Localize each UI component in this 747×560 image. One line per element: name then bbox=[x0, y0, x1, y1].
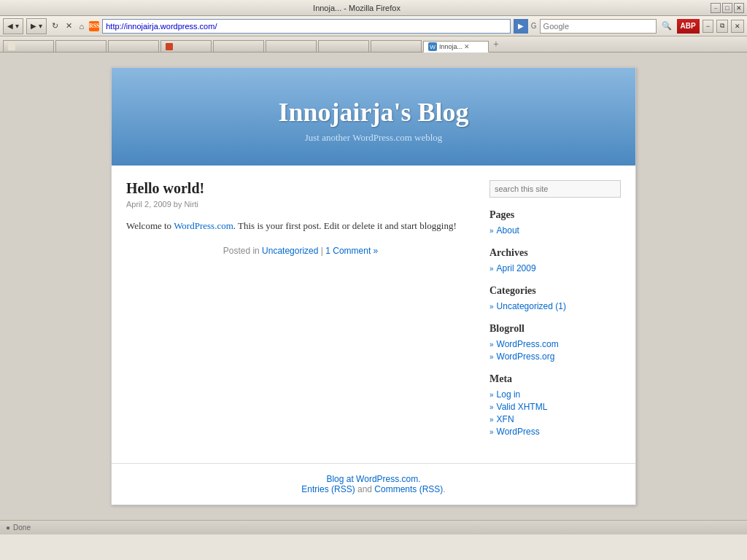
xhtml-link[interactable]: Valid XHTML bbox=[497, 402, 548, 412]
sidebar-item-wporg: » WordPress.org bbox=[489, 351, 621, 362]
comment-link[interactable]: 1 Comment » bbox=[325, 246, 378, 256]
search-label: G bbox=[531, 22, 537, 30]
tab-1[interactable] bbox=[3, 40, 54, 52]
wordpress-link[interactable]: WordPress.com bbox=[174, 220, 233, 231]
sidebar-item-xfn: » XFN bbox=[489, 414, 621, 424]
categories-heading: Categories bbox=[489, 285, 621, 297]
comments-rss-link[interactable]: Comments (RSS) bbox=[374, 484, 443, 494]
new-tab-button[interactable]: + bbox=[490, 39, 502, 50]
chevron-icon-wporg: » bbox=[489, 353, 494, 361]
sidebar-item-login: » Log in bbox=[489, 389, 621, 400]
sidebar-blogroll: Blogroll » WordPress.com » WordPress.org bbox=[489, 323, 621, 362]
blog-footer: Blog at WordPress.com.Entries (RSS) and … bbox=[112, 463, 635, 505]
sidebar-meta: Meta » Log in » Valid XHTML » XFN bbox=[489, 373, 621, 437]
minimize-button[interactable]: − bbox=[711, 3, 721, 13]
sidebar-archives: Archives » April 2009 bbox=[489, 247, 621, 273]
xfn-link[interactable]: XFN bbox=[497, 414, 514, 424]
tab-7[interactable] bbox=[318, 40, 369, 52]
april2009-link[interactable]: April 2009 bbox=[497, 263, 536, 273]
blogroll-heading: Blogroll bbox=[489, 323, 621, 335]
go-button[interactable]: ▶ bbox=[514, 19, 528, 34]
address-bar[interactable] bbox=[102, 19, 511, 34]
category-link[interactable]: Uncategorized bbox=[262, 246, 318, 256]
chevron-icon-wpcom: » bbox=[489, 341, 494, 349]
entries-rss-link[interactable]: Entries (RSS) bbox=[301, 484, 355, 494]
status-bar: ● Done bbox=[0, 520, 747, 534]
tab-8[interactable] bbox=[371, 40, 422, 52]
browser-search-input[interactable] bbox=[540, 19, 657, 34]
post-content: Welcome to WordPress.com. This is your f… bbox=[126, 219, 475, 234]
uncategorized-link[interactable]: Uncategorized (1) bbox=[497, 301, 566, 311]
tab-close-icon[interactable]: ✕ bbox=[464, 43, 470, 50]
archives-heading: Archives bbox=[489, 247, 621, 259]
chevron-icon-archives: » bbox=[489, 265, 494, 273]
blog-post: Hello world! April 2, 2009 by Nirti Welc… bbox=[126, 180, 475, 256]
window-title: Innoja... - Mozilla Firefox bbox=[3, 4, 711, 12]
post-meta: April 2, 2009 by Nirti bbox=[126, 200, 475, 209]
tab-active[interactable]: W Innoja... ✕ bbox=[423, 41, 489, 52]
post-title: Hello world! bbox=[126, 180, 475, 197]
chevron-icon-about: » bbox=[489, 227, 494, 235]
sidebar-item-wpcom: » WordPress.com bbox=[489, 339, 621, 349]
status-dot: ● bbox=[6, 524, 10, 532]
title-bar: Innoja... - Mozilla Firefox − □ ✕ bbox=[0, 0, 747, 16]
wporg-link[interactable]: WordPress.org bbox=[497, 351, 555, 362]
tab-3[interactable] bbox=[108, 40, 159, 52]
stop-button[interactable]: ✕ bbox=[63, 20, 74, 31]
login-link[interactable]: Log in bbox=[497, 389, 521, 400]
search-go-button[interactable]: 🔍 bbox=[659, 20, 674, 31]
wordpress-meta-link[interactable]: WordPress bbox=[497, 427, 540, 437]
sidebar-item-april2009: » April 2009 bbox=[489, 263, 621, 273]
main-content: Hello world! April 2, 2009 by Nirti Welc… bbox=[126, 180, 475, 448]
address-bar-area: RSS ▶ bbox=[89, 19, 528, 34]
tab-4[interactable] bbox=[160, 40, 212, 52]
meta-heading: Meta bbox=[489, 373, 621, 385]
about-link[interactable]: About bbox=[497, 225, 519, 236]
close-button[interactable]: ✕ bbox=[734, 3, 744, 13]
tab-2[interactable] bbox=[55, 40, 107, 52]
chevron-icon-xfn: » bbox=[489, 416, 494, 424]
reload-button[interactable]: ↻ bbox=[50, 20, 61, 31]
blog-title: Innojairja's Blog bbox=[126, 97, 621, 128]
chevron-icon-login: » bbox=[489, 391, 494, 399]
chevron-icon-xhtml: » bbox=[489, 403, 494, 411]
sidebar-item-xhtml: » Valid XHTML bbox=[489, 402, 621, 412]
post-footer: Posted in Uncategorized | 1 Comment » bbox=[126, 246, 475, 256]
blog-header: Innojairja's Blog Just another WordPress… bbox=[112, 68, 635, 166]
sidebar-item-about: » About bbox=[489, 225, 621, 236]
tab-6[interactable] bbox=[266, 40, 317, 52]
tabs-bar: W Innoja... ✕ + bbox=[0, 36, 747, 52]
rss-icon[interactable]: RSS bbox=[89, 21, 99, 31]
maximize-button[interactable]: □ bbox=[722, 3, 732, 13]
sidebar-pages: Pages » About bbox=[489, 209, 621, 236]
adblock-button[interactable]: ABP bbox=[677, 19, 700, 34]
wp-favicon: W bbox=[428, 42, 437, 51]
wpcom-link[interactable]: WordPress.com bbox=[497, 339, 559, 349]
window-restore-small[interactable]: ⧉ bbox=[716, 20, 728, 33]
blog-container: Innojairja's Blog Just another WordPress… bbox=[111, 67, 636, 505]
pages-heading: Pages bbox=[489, 209, 621, 221]
sidebar-categories: Categories » Uncategorized (1) bbox=[489, 285, 621, 311]
sidebar: Pages » About Archives » April 2009 bbox=[489, 180, 621, 448]
chevron-icon-wordpress: » bbox=[489, 428, 494, 436]
window-controls[interactable]: − □ ✕ bbox=[711, 3, 744, 13]
forward-button[interactable]: ▶ ▾ bbox=[26, 18, 47, 34]
tab-5[interactable] bbox=[213, 40, 264, 52]
status-text: Done bbox=[13, 524, 31, 532]
chevron-icon-categories: » bbox=[489, 303, 494, 311]
sidebar-item-uncategorized: » Uncategorized (1) bbox=[489, 301, 621, 311]
sidebar-item-wordpress: » WordPress bbox=[489, 427, 621, 437]
sidebar-search-input[interactable] bbox=[489, 180, 621, 198]
active-tab-label: Innoja... bbox=[439, 43, 462, 50]
window-close-small[interactable]: ✕ bbox=[731, 20, 744, 33]
browser-toolbar: ◀ ▾ ▶ ▾ ↻ ✕ ⌂ RSS ▶ G 🔍 ABP − ⧉ ✕ bbox=[0, 16, 747, 36]
window-minimize-small[interactable]: − bbox=[703, 20, 713, 33]
blog-at-wp-link[interactable]: Blog at WordPress.com. bbox=[326, 474, 420, 484]
home-button[interactable]: ⌂ bbox=[77, 21, 87, 31]
back-button[interactable]: ◀ ▾ bbox=[3, 18, 23, 34]
page-content-area: Innojairja's Blog Just another WordPress… bbox=[0, 52, 747, 520]
browser-window: Innoja... - Mozilla Firefox − □ ✕ ◀ ▾ ▶ … bbox=[0, 0, 747, 560]
blog-subtitle: Just another WordPress.com weblog bbox=[126, 132, 621, 144]
content-area: Hello world! April 2, 2009 by Nirti Welc… bbox=[112, 166, 635, 463]
